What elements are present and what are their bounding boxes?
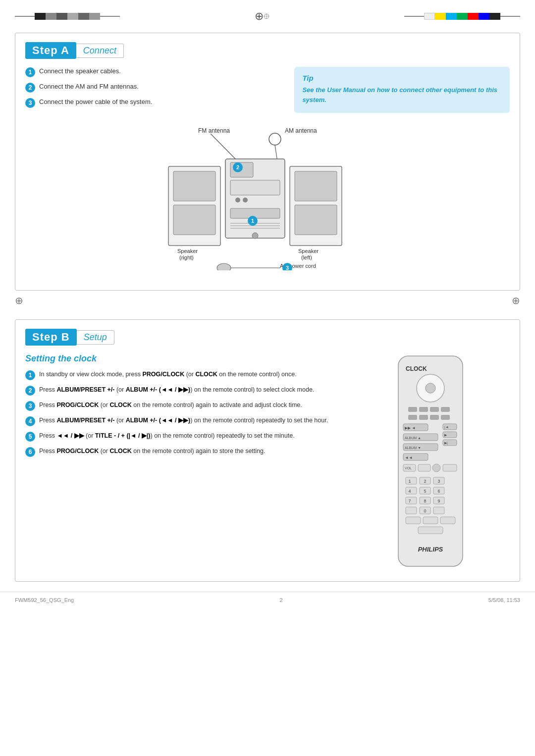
step-b-num-3: 3 bbox=[25, 401, 35, 411]
svg-text:6: 6 bbox=[438, 489, 440, 494]
svg-rect-94 bbox=[418, 527, 443, 534]
svg-text:8: 8 bbox=[424, 499, 427, 504]
step-b-section: Step B Setup Setting the clock 1 In stan… bbox=[15, 319, 520, 582]
step-b-text-2: Press ALBUM/PRESET +/- (or ALBUM +/- (◄◄… bbox=[39, 385, 314, 395]
svg-text:1: 1 bbox=[251, 218, 254, 224]
svg-text:4: 4 bbox=[409, 489, 411, 494]
svg-text:2: 2 bbox=[424, 479, 427, 484]
diagram-svg: FM antenna AM antenna bbox=[139, 122, 396, 270]
svg-rect-87 bbox=[406, 507, 417, 514]
svg-text:(right): (right) bbox=[179, 254, 194, 260]
bar-seg-4 bbox=[67, 13, 78, 20]
step-b-text-5: Press ◄◄ / ▶▶ (or TITLE - / + (|◄ / ▶|))… bbox=[39, 431, 295, 441]
bar-line-right2 bbox=[500, 16, 520, 17]
step-b-text-6: Press PROG/CLOCK (or CLOCK on the remote… bbox=[39, 447, 265, 456]
bar-seg-2 bbox=[46, 13, 56, 20]
bar-line-right1 bbox=[404, 16, 424, 17]
setting-title: Setting the clock bbox=[25, 353, 342, 364]
step-b-item-1: 1 In standby or view clock mode, press P… bbox=[25, 370, 342, 380]
step-b-item-5: 5 Press ◄◄ / ▶▶ (or TITLE - / + (|◄ / ▶|… bbox=[25, 431, 342, 442]
cb-black bbox=[489, 13, 500, 20]
svg-text:5: 5 bbox=[424, 489, 427, 494]
step-a-tip: Tip See the User Manual on how to connec… bbox=[294, 67, 510, 113]
footer: FWM592_56_QSG_Eng 2 5/5/08, 11:53 bbox=[0, 592, 535, 608]
step-a-left: 1 Connect the speaker cables. 2 Connect … bbox=[25, 67, 284, 113]
cb-cyan bbox=[446, 13, 457, 20]
svg-text:3: 3 bbox=[438, 479, 440, 484]
svg-rect-75 bbox=[406, 487, 417, 494]
step-a-num-1: 1 bbox=[25, 67, 35, 77]
svg-rect-42 bbox=[419, 407, 428, 412]
svg-text:CLOCK: CLOCK bbox=[406, 365, 427, 372]
step-b-num-2: 2 bbox=[25, 386, 35, 396]
step-a-text-1: Connect the speaker cables. bbox=[39, 67, 121, 76]
svg-text:2: 2 bbox=[236, 164, 239, 170]
step-a-item-2: 2 Connect the AM and FM antennas. bbox=[25, 82, 284, 93]
step-a-item-3: 3 Connect the power cable of the system. bbox=[25, 98, 284, 108]
step-a-text-3: Connect the power cable of the system. bbox=[39, 98, 152, 106]
svg-text:ALBUM ▼: ALBUM ▼ bbox=[405, 446, 421, 450]
top-bar bbox=[0, 0, 535, 24]
step-b-num-6: 6 bbox=[25, 447, 35, 457]
svg-text:3: 3 bbox=[286, 265, 289, 270]
cb-yellow bbox=[435, 13, 446, 20]
step-a-num-3: 3 bbox=[25, 98, 35, 108]
svg-text:7: 7 bbox=[409, 499, 411, 504]
svg-text:1: 1 bbox=[409, 479, 411, 484]
svg-point-11 bbox=[235, 198, 240, 202]
center-crosshair bbox=[255, 9, 269, 24]
footer-left: FWM592_56_QSG_Eng bbox=[15, 597, 74, 603]
step-a-content: 1 Connect the speaker cables. 2 Connect … bbox=[25, 67, 510, 113]
step-a-section: Step A Connect 1 Connect the speaker cab… bbox=[15, 33, 520, 291]
svg-rect-91 bbox=[406, 517, 421, 524]
step-b-header: Step B Setup bbox=[25, 329, 510, 346]
svg-text:FM antenna: FM antenna bbox=[198, 127, 230, 134]
reg-mark-right: ⊕ bbox=[512, 295, 520, 306]
reg-mark-left: ⊕ bbox=[15, 295, 23, 306]
step-b-item-4: 4 Press ALBUM/PRESET +/- (or ALBUM +/- (… bbox=[25, 416, 342, 426]
step-b-box: Step B bbox=[25, 329, 77, 346]
bar-seg-1 bbox=[35, 13, 46, 20]
svg-text:0: 0 bbox=[424, 508, 427, 513]
svg-text:AM antenna: AM antenna bbox=[285, 127, 317, 134]
svg-text:Speaker: Speaker bbox=[177, 248, 198, 254]
svg-rect-45 bbox=[408, 415, 417, 420]
svg-text:|◄: |◄ bbox=[444, 425, 449, 429]
bar-line-left2 bbox=[100, 16, 120, 17]
svg-rect-20 bbox=[173, 205, 215, 235]
mid-reg: ⊕ ⊕ bbox=[0, 291, 535, 310]
svg-rect-47 bbox=[430, 415, 439, 420]
svg-rect-41 bbox=[408, 407, 417, 412]
svg-rect-48 bbox=[441, 415, 450, 420]
step-b-text-4: Press ALBUM/PRESET +/- (or ALBUM +/- (◄◄… bbox=[39, 416, 328, 425]
svg-line-5 bbox=[211, 134, 238, 161]
step-b-title: Setup bbox=[77, 330, 114, 345]
svg-text:ALBUM ▲: ALBUM ▲ bbox=[405, 436, 421, 440]
svg-rect-10 bbox=[230, 180, 280, 195]
cb-white bbox=[424, 13, 435, 20]
svg-point-40 bbox=[426, 383, 435, 393]
cb-red bbox=[468, 13, 479, 20]
svg-text:▶▶: ▶▶ bbox=[405, 426, 411, 430]
bar-seg-5 bbox=[78, 13, 89, 20]
svg-text:PHILIPS: PHILIPS bbox=[418, 546, 443, 553]
svg-rect-69 bbox=[406, 477, 417, 484]
bar-left bbox=[15, 13, 120, 20]
svg-rect-92 bbox=[423, 517, 438, 524]
cb-green bbox=[457, 13, 468, 20]
step-a-title: Connect bbox=[76, 44, 124, 58]
svg-text:◄: ◄ bbox=[412, 426, 416, 430]
step-b-num-5: 5 bbox=[25, 432, 35, 442]
bar-seg-6 bbox=[89, 13, 100, 20]
step-a-item-1: 1 Connect the speaker cables. bbox=[25, 67, 284, 77]
svg-rect-93 bbox=[440, 517, 455, 524]
svg-text:Speaker: Speaker bbox=[298, 248, 319, 254]
svg-rect-22 bbox=[295, 171, 337, 201]
svg-rect-44 bbox=[441, 407, 450, 412]
step-b-num-4: 4 bbox=[25, 416, 35, 426]
svg-text:9: 9 bbox=[438, 499, 440, 504]
svg-rect-81 bbox=[406, 497, 417, 504]
svg-rect-43 bbox=[430, 407, 439, 412]
step-b-content: Setting the clock 1 In standby or view c… bbox=[25, 353, 510, 571]
step-b-item-3: 3 Press PROG/CLOCK (or CLOCK on the remo… bbox=[25, 401, 342, 411]
